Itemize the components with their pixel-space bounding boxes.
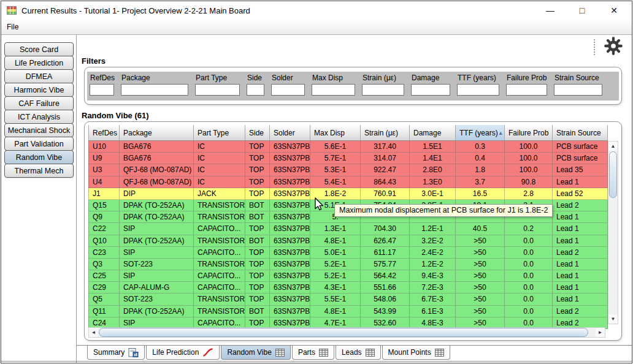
table-header-cell[interactable]: Damage xyxy=(410,125,456,140)
tab-random-vibe[interactable]: Random Vibe xyxy=(221,346,291,360)
cell-ttf: >50 xyxy=(456,259,505,270)
tab-leads[interactable]: Leads xyxy=(336,346,381,360)
cell-part-type: JACK xyxy=(194,188,245,200)
table-header-cell[interactable]: Part Type xyxy=(194,125,245,140)
table-header-cell[interactable]: Solder xyxy=(270,125,310,140)
window-title: Current Results - Tutorial 1- Project Ov… xyxy=(21,6,250,15)
minimize-icon[interactable]: — xyxy=(543,6,557,15)
table-row[interactable]: Q11 DPAK (TO-252AA) TRANSISTOR BOT 63SN3… xyxy=(88,306,608,317)
table-header-cell[interactable]: Package xyxy=(120,125,194,140)
filter-column-label: Max Disp xyxy=(309,72,359,84)
cell-ttf: >50 xyxy=(456,294,505,305)
filter-input[interactable] xyxy=(271,84,305,96)
cell-refdes: U4 xyxy=(88,176,120,188)
tab-label: Life Prediction xyxy=(152,348,199,357)
tab-parts[interactable]: Parts xyxy=(292,346,334,360)
scroll-left-icon[interactable]: ◄ xyxy=(89,328,98,337)
table-row[interactable]: Q3 SOT-223 TRANSISTOR TOP 63SN37PB 5.2E-… xyxy=(88,259,608,270)
table-row[interactable]: Q10 DPAK (TO-252AA) TRANSISTOR BOT 63SN3… xyxy=(88,235,608,247)
cell-part-type: CAPACITO... xyxy=(194,270,245,282)
cell-strain: 314.07 xyxy=(361,153,410,164)
sidebar-item[interactable]: DFMEA xyxy=(4,69,74,83)
cell-side: TOP xyxy=(245,223,270,235)
tab-life-prediction[interactable]: Life Prediction xyxy=(146,346,220,360)
sidebar-item[interactable]: Score Card xyxy=(4,42,74,56)
cell-strain-source: Lead 1 xyxy=(553,223,608,235)
cell-package: SIP xyxy=(120,270,194,282)
table-header-cell[interactable]: Failure Prob xyxy=(505,125,553,140)
filters-strip: RefDes Package Part Type Side xyxy=(87,72,619,100)
filter-input[interactable] xyxy=(121,84,188,96)
table-header-cell[interactable]: TTF (years) ▲ xyxy=(456,125,505,140)
vertical-scroll-track[interactable] xyxy=(608,199,618,314)
scroll-down-icon[interactable]: ▼ xyxy=(608,314,618,324)
cell-failure-prob: 100.0 xyxy=(505,141,553,153)
filter-input[interactable] xyxy=(362,84,404,96)
sidebar-item[interactable]: Life Prediction xyxy=(4,56,74,70)
cell-damage: 6.1E-3 xyxy=(410,306,456,317)
table-label: Random Vibe (61) xyxy=(82,112,632,120)
sidebar-item[interactable]: Part Validation xyxy=(4,137,74,151)
filter-input[interactable] xyxy=(411,84,450,96)
cell-ttf: >50 xyxy=(456,270,505,282)
table-header-cell[interactable]: Strain Source xyxy=(553,125,608,140)
cell-max-disp: 4.8E-1 xyxy=(310,306,361,317)
table-row[interactable]: C25 SIP CAPACITO... TOP 63SN37PB 5.2E-1 … xyxy=(88,270,608,282)
sidebar-item[interactable]: CAF Failure xyxy=(4,96,74,110)
table-header-cell[interactable]: Strain (με) xyxy=(361,125,410,140)
close-icon[interactable]: ✕ xyxy=(607,6,621,15)
table-header-cell[interactable]: Max Disp xyxy=(310,125,361,140)
sidebar-item[interactable]: ICT Analysis xyxy=(4,110,74,124)
cell-strain-source: Lead 2 xyxy=(553,247,608,259)
toolbar-grip[interactable] xyxy=(594,39,595,55)
tab-summary[interactable]: Summary xyxy=(87,346,145,360)
table-row[interactable]: U10 BGA676 IC TOP 63SN37PB 5.6E-1 317.40… xyxy=(88,141,608,153)
sidebar-item[interactable]: Mechanical Shock xyxy=(4,123,74,137)
table-row[interactable]: C23 SIP CAPACITO... TOP 63SN37PB 5.0E-1 … xyxy=(88,247,608,259)
cell-refdes: U9 xyxy=(88,153,120,164)
gear-icon[interactable] xyxy=(604,36,623,56)
filter-input[interactable] xyxy=(506,84,547,96)
table-header-row: RefDes Package Part Type Side xyxy=(88,125,608,141)
cell-ttf: >50 xyxy=(456,235,505,247)
cell-strain-source: Lead 1 xyxy=(553,235,608,247)
horizontal-scrollbar[interactable]: ◄ ► xyxy=(88,327,605,338)
vertical-scroll-thumb[interactable] xyxy=(609,151,617,198)
cell-damage: 9.4E-3 xyxy=(410,270,456,282)
table-row[interactable]: U9 BGA676 IC TOP 63SN37PB 5.7E-1 314.07 … xyxy=(88,153,608,164)
vertical-scrollbar[interactable]: ▲ ▼ xyxy=(608,141,618,324)
filter-input[interactable] xyxy=(312,84,355,96)
scroll-up-icon[interactable]: ▲ xyxy=(608,142,618,151)
horizontal-scroll-thumb[interactable] xyxy=(99,328,588,337)
table-row[interactable]: J1 DIP JACK TOP 63SN37PB 1.8E-2 760.91 3… xyxy=(88,188,608,200)
sidebar-item[interactable]: Thermal Mech xyxy=(4,164,74,178)
sidebar-item[interactable]: Random Vibe xyxy=(4,150,74,164)
scroll-right-icon[interactable]: ► xyxy=(596,328,605,337)
sidebar-item[interactable]: Harmonic Vibe xyxy=(4,83,74,97)
cell-refdes: J1 xyxy=(88,188,120,200)
table-row[interactable]: C29 CAP-ALUM-G CAPACITO... TOP 63SN37PB … xyxy=(88,282,608,294)
table-row[interactable]: U3 QFJ-68 (MO-087AD) IC TOP 63SN37PB 5.3… xyxy=(88,164,608,176)
filter-column: Side xyxy=(244,72,269,100)
filter-input[interactable] xyxy=(90,84,114,96)
maximize-icon[interactable]: □ xyxy=(575,6,589,15)
table-header-cell[interactable]: RefDes xyxy=(88,125,120,140)
tab-label: Mount Points xyxy=(388,348,431,357)
cell-solder: 63SN37PB xyxy=(270,235,310,247)
filter-input[interactable] xyxy=(457,84,499,96)
cell-package: SOT-223 xyxy=(120,259,194,270)
menu-file[interactable]: File xyxy=(1,20,24,34)
cell-solder: 63SN37PB xyxy=(270,200,310,211)
cell-failure-prob: 100.0 xyxy=(505,153,553,164)
tab-mount-points[interactable]: Mount Points xyxy=(382,346,450,360)
table-row[interactable]: Q5 SOT-223 TRANSISTOR TOP 63SN37PB 5.5E-… xyxy=(88,294,608,305)
table-header-cell[interactable]: Side xyxy=(245,125,270,140)
table-row[interactable]: U4 QFJ-68 (MO-087AD) IC TOP 63SN37PB 5.4… xyxy=(88,176,608,188)
filter-input[interactable] xyxy=(195,84,240,96)
filter-input[interactable] xyxy=(554,84,602,96)
window-controls: — □ ✕ xyxy=(543,6,632,15)
filter-input[interactable] xyxy=(247,84,264,96)
table-row[interactable]: C22 SIP CAPACITO... TOP 63SN37PB 1.3E-1 … xyxy=(88,223,608,235)
filter-column: Strain (με) xyxy=(359,72,409,100)
cell-ttf: >50 xyxy=(456,306,505,317)
